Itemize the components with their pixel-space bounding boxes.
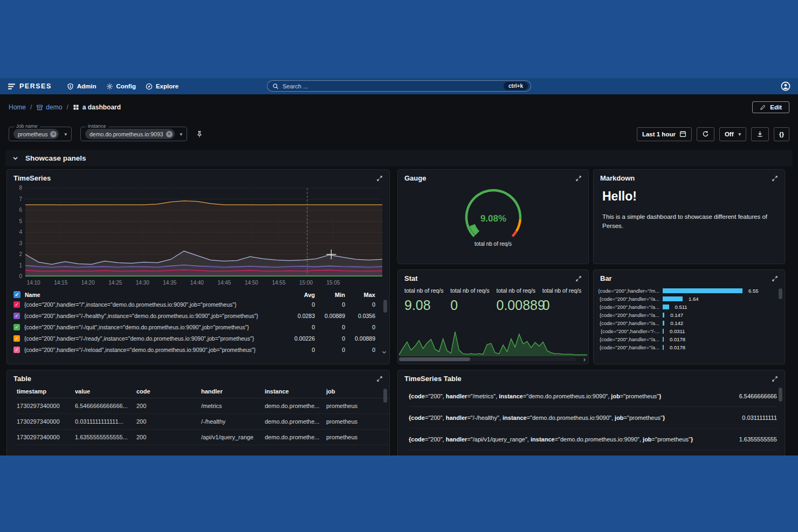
section-header[interactable]: Showcase panels bbox=[5, 150, 793, 166]
timeseries-table-rows: {code="200", handler="/metrics", instanc… bbox=[398, 384, 785, 450]
series-labels: {code="200", handler="/metrics", instanc… bbox=[409, 393, 661, 399]
table-vertical-scrollbar[interactable] bbox=[383, 389, 387, 403]
timeseries-table-row[interactable]: {code="200", handler="/-/healthy", insta… bbox=[409, 407, 777, 429]
breadcrumb: Home / demo / a dashboard Edit bbox=[0, 94, 798, 117]
legend-scrollbar[interactable] bbox=[383, 300, 387, 313]
legend-avg-value: 0 bbox=[289, 324, 315, 330]
search-box[interactable]: Search ... ctrl+k bbox=[267, 80, 531, 92]
table-row[interactable]: 17302973400006.5466666666666...200/metri… bbox=[17, 398, 389, 414]
svg-text:4: 4 bbox=[19, 229, 22, 235]
bar-row[interactable]: {code="200",handler="/a...0.511 bbox=[598, 303, 781, 311]
user-avatar[interactable] bbox=[781, 81, 790, 91]
bar-category-label: {code="200",handler="/-... bbox=[598, 328, 659, 334]
nav-explore-label: Explore bbox=[156, 83, 178, 89]
legend-min-value: 0 bbox=[319, 347, 345, 353]
bar-row[interactable]: {code="200",handler="/a...0.147 bbox=[598, 311, 781, 319]
legend-series-checkbox[interactable]: ✓ bbox=[13, 335, 20, 342]
legend-row[interactable]: ✓{code="200",handler="/-/healthy",instan… bbox=[7, 310, 389, 321]
refresh-button[interactable] bbox=[697, 127, 714, 141]
expand-icon[interactable] bbox=[575, 175, 582, 182]
legend-select-all-checkbox[interactable]: ✓ bbox=[13, 291, 20, 298]
breadcrumb-home[interactable]: Home bbox=[9, 103, 26, 111]
refresh-interval-select[interactable]: Off ▾ bbox=[719, 127, 746, 141]
table-header-cell[interactable]: handler bbox=[201, 388, 265, 395]
variable-job-chip: prometheus ✕ bbox=[13, 129, 59, 139]
svg-text:14:30: 14:30 bbox=[136, 280, 149, 286]
bar-row[interactable]: {code="200",handler="/a...0.0178 bbox=[598, 335, 781, 343]
table-row[interactable]: 17302973400001.6355555555555...200/api/v… bbox=[17, 430, 389, 445]
expand-icon[interactable] bbox=[575, 275, 582, 282]
table-row[interactable]: 17302973400000.0311111111111...200/-/hea… bbox=[17, 414, 389, 430]
stat-label: total nb of req/s bbox=[497, 287, 540, 294]
nav-config[interactable]: Config bbox=[106, 83, 136, 90]
legend-series-checkbox[interactable]: ✓ bbox=[13, 301, 20, 308]
legend-row[interactable]: ✓{code="200",handler="/-/ready",instance… bbox=[7, 333, 389, 344]
bar-value-label: 1.64 bbox=[689, 296, 699, 302]
markdown-content: Hello! This is a simple dashboard to sho… bbox=[594, 184, 785, 233]
table-header-cell[interactable]: timestamp bbox=[17, 388, 75, 395]
pin-button[interactable] bbox=[196, 130, 203, 138]
bar-fill bbox=[663, 345, 664, 350]
variable-instance-select[interactable]: instance demo.do.prometheus.io:9093 ✕ ▾ bbox=[80, 127, 187, 141]
legend-avg-value: 0.0283 bbox=[289, 313, 315, 319]
legend-series-checkbox[interactable]: ✓ bbox=[13, 324, 20, 330]
table-cell: 200 bbox=[136, 418, 201, 425]
stat-next-icon[interactable]: › bbox=[583, 356, 586, 363]
stat-value: 0 bbox=[542, 298, 586, 313]
ts-table-scrollbar[interactable] bbox=[779, 388, 782, 402]
legend-row[interactable]: ✓{code="200",handler="/",instance="demo.… bbox=[7, 299, 389, 310]
timeseries-chart[interactable]: 01234567814:1014:1514:2014:2514:3014:351… bbox=[9, 185, 387, 291]
table-header-cell[interactable]: job bbox=[326, 388, 389, 395]
bar-row[interactable]: {code="200",handler="/a...1.64 bbox=[598, 295, 781, 303]
nav-explore[interactable]: Explore bbox=[146, 83, 178, 90]
nav-admin[interactable]: Admin bbox=[67, 83, 97, 90]
variable-job-select[interactable]: Job name prometheus ✕ ▾ bbox=[9, 127, 72, 141]
legend-row[interactable]: ✓{code="200",handler="/-/quit",instance=… bbox=[7, 321, 389, 333]
legend-series-name: {code="200",handler="/-/quit",instance="… bbox=[24, 324, 285, 330]
json-button[interactable]: {} bbox=[774, 127, 789, 141]
stat-scrollbar-thumb[interactable] bbox=[399, 357, 470, 361]
legend-max-header: Max bbox=[349, 292, 375, 298]
expand-icon[interactable] bbox=[376, 376, 383, 382]
bar-scrollbar[interactable] bbox=[779, 288, 782, 299]
bar-row[interactable]: {code="200",handler="/a...0.0178 bbox=[598, 343, 781, 351]
gauge-arc: 9.08% bbox=[450, 186, 536, 240]
data-table: timestampvaluecodehandlerinstancejob1730… bbox=[7, 384, 389, 445]
edit-button[interactable]: Edit bbox=[752, 101, 789, 113]
svg-text:14:35: 14:35 bbox=[163, 280, 176, 286]
panel-title: Gauge bbox=[404, 174, 426, 182]
refresh-interval-value: Off bbox=[725, 131, 734, 137]
breadcrumb-project[interactable]: demo bbox=[36, 103, 62, 111]
legend-series-checkbox[interactable]: ✓ bbox=[13, 347, 20, 353]
bar-row[interactable]: {code="200",handler="/m...6.55 bbox=[598, 287, 781, 295]
legend-min-value: 0 bbox=[319, 301, 345, 308]
chevron-down-icon: ▾ bbox=[64, 132, 67, 137]
expand-icon[interactable] bbox=[772, 376, 778, 382]
stat-item: total nb of req/s0.00889 bbox=[497, 287, 542, 313]
time-range-button[interactable]: Last 1 hour bbox=[637, 127, 692, 141]
timeseries-table-row[interactable]: {code="200", handler="/metrics", instanc… bbox=[409, 385, 777, 407]
download-button[interactable] bbox=[751, 127, 769, 141]
bar-row[interactable]: {code="200",handler="/-...0.0311 bbox=[598, 327, 781, 335]
bar-value-label: 0.142 bbox=[670, 320, 683, 326]
bar-value-label: 0.0178 bbox=[670, 336, 685, 342]
expand-icon[interactable] bbox=[772, 175, 778, 182]
legend-series-checkbox[interactable]: ✓ bbox=[13, 313, 20, 319]
chip-remove-icon[interactable]: ✕ bbox=[166, 131, 173, 137]
table-header-cell[interactable]: instance bbox=[265, 388, 326, 395]
expand-icon[interactable] bbox=[772, 275, 778, 282]
braces-icon: {} bbox=[779, 131, 784, 137]
compass-icon bbox=[146, 83, 153, 90]
bar-row[interactable]: {code="200",handler="/a...0.142 bbox=[598, 319, 781, 327]
expand-icon[interactable] bbox=[376, 175, 383, 182]
table-header-cell[interactable]: code bbox=[136, 388, 201, 395]
legend-row[interactable]: ✓{code="200",handler="/-/reload",instanc… bbox=[7, 344, 389, 355]
timeseries-table-row[interactable]: {code="200", handler="/api/v1/query_rang… bbox=[409, 429, 777, 450]
table-header-cell[interactable]: value bbox=[75, 388, 136, 395]
legend-chevron-down-icon[interactable] bbox=[381, 349, 387, 355]
chip-remove-icon[interactable]: ✕ bbox=[50, 131, 57, 137]
legend-series-name: {code="200",handler="/-/ready",instance=… bbox=[24, 335, 285, 342]
series-value: 1.6355555555 bbox=[739, 436, 777, 443]
perses-brand[interactable]: PERSES bbox=[8, 82, 52, 91]
panel-timeseries: TimeSeries 01234567814:1014:1514:2014:25… bbox=[6, 169, 390, 364]
